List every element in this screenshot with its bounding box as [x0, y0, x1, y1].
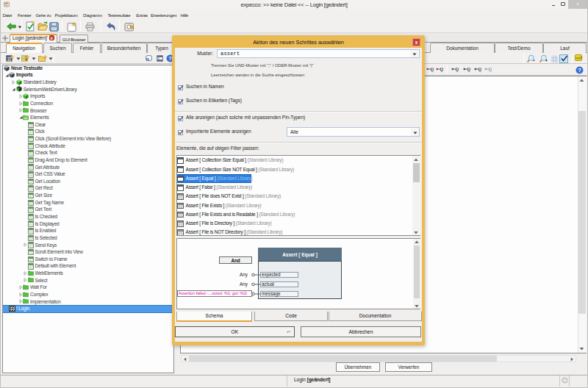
- svg-text:?: ?: [578, 67, 581, 73]
